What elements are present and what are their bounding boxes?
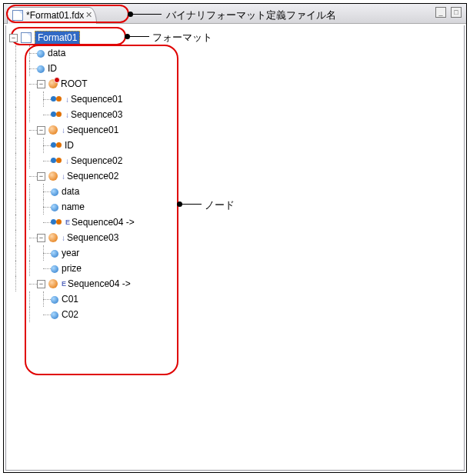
tree-node-format01[interactable]: − Format01 <box>9 30 461 45</box>
seqref-icon <box>51 218 62 227</box>
expand-toggle[interactable]: − <box>37 234 45 242</box>
down-arrow-icon: ↓ <box>65 157 69 165</box>
tree-node-seq01[interactable]: − ↓ Sequence01 <box>9 122 461 138</box>
tree-label: ROOT <box>61 78 88 89</box>
tree-label: C01 <box>62 294 78 305</box>
tree-node-seq01-seq02[interactable]: ↓ Sequence02 <box>9 153 461 168</box>
tree-label: year <box>62 248 79 258</box>
tree-node-seq02-seq04ref[interactable]: E Sequence04 -> <box>9 215 461 230</box>
attribute-icon <box>51 265 58 273</box>
expand-toggle[interactable]: − <box>37 280 45 288</box>
tree-label: prize <box>62 263 82 274</box>
attribute-icon <box>51 311 58 319</box>
seqref-icon <box>51 156 62 165</box>
tree-label: Sequence02 <box>67 171 118 181</box>
down-arrow-icon: ↓ <box>65 95 69 104</box>
e-badge-icon: E <box>62 280 66 288</box>
maximize-button[interactable]: □ <box>451 7 462 18</box>
tree-label: Sequence04 -> <box>72 217 135 228</box>
tree-node-seq04-c01[interactable]: C01 <box>9 291 461 307</box>
tree-label: name <box>62 201 85 212</box>
tree-node-root-seq01[interactable]: ↓ Sequence01 <box>9 92 461 107</box>
tree-label: data <box>48 48 65 58</box>
down-arrow-icon: ↓ <box>62 126 65 135</box>
tree-node-seq02[interactable]: − ↓ Sequence02 <box>9 168 461 184</box>
tree-node-root[interactable]: − ROOT <box>9 76 461 92</box>
seqref-icon <box>51 110 62 119</box>
down-arrow-icon: ↓ <box>62 234 65 242</box>
tree-panel: − Format01 data ID − ROOT <box>5 25 465 471</box>
tree-node-seq02-name[interactable]: name <box>9 199 461 215</box>
attribute-icon <box>37 50 45 58</box>
tree-label: Sequence03 <box>71 109 122 120</box>
e-badge-icon: E <box>65 218 70 226</box>
tree-label: data <box>62 186 79 197</box>
tree-label: Sequence02 <box>71 155 122 166</box>
tree-node-seq01-id[interactable]: ID <box>9 138 461 153</box>
tree-node-seq02-data[interactable]: data <box>9 184 461 199</box>
tree-label: Sequence01 <box>67 125 118 135</box>
tree-node-id[interactable]: ID <box>9 61 461 76</box>
attribute-icon <box>51 296 58 304</box>
attribute-icon <box>51 250 58 258</box>
window-buttons: _ □ <box>435 7 462 18</box>
attribute-icon <box>37 65 45 73</box>
tree-label: C02 <box>62 309 78 320</box>
attribute-icon <box>51 188 58 196</box>
sequence-icon <box>48 279 58 288</box>
tree-label: ID <box>48 63 57 74</box>
tree-node-seq04-c02[interactable]: C02 <box>9 307 461 322</box>
sequence-icon <box>48 171 58 181</box>
seqref-icon <box>51 141 62 150</box>
tab-bar: *Format01.fdx ✕ _ □ <box>4 4 466 24</box>
root-icon <box>48 79 58 88</box>
sequence-icon <box>48 125 58 135</box>
format-icon <box>21 32 32 43</box>
tree-label: Format01 <box>35 31 80 45</box>
minimize-button[interactable]: _ <box>435 7 446 18</box>
file-tab-title: *Format01.fdx <box>26 10 84 21</box>
tree-label: Sequence03 <box>67 232 118 243</box>
expand-toggle[interactable]: − <box>37 80 45 88</box>
close-tab-icon[interactable]: ✕ <box>84 10 93 19</box>
file-icon <box>12 10 23 21</box>
down-arrow-icon: ↓ <box>65 111 69 119</box>
attribute-icon <box>51 204 58 211</box>
tree-label: ID <box>65 140 74 151</box>
seqref-icon <box>51 95 62 104</box>
tree-node-seq04[interactable]: − E Sequence04 -> <box>9 276 461 291</box>
expand-toggle[interactable]: − <box>37 172 45 181</box>
tree[interactable]: − Format01 data ID − ROOT <box>6 25 464 327</box>
tree-node-seq03-prize[interactable]: prize <box>9 261 461 276</box>
tree-node-seq03-year[interactable]: year <box>9 245 461 261</box>
file-tab[interactable]: *Format01.fdx ✕ <box>7 7 97 24</box>
tree-label: Sequence04 -> <box>68 278 131 289</box>
down-arrow-icon: ↓ <box>62 172 65 181</box>
tree-label: Sequence01 <box>71 94 122 105</box>
tree-node-root-seq03[interactable]: ↓ Sequence03 <box>9 107 461 122</box>
sequence-icon <box>48 233 58 242</box>
editor-frame: *Format01.fdx ✕ _ □ − Format01 data <box>3 3 467 473</box>
expand-toggle[interactable]: − <box>37 126 45 135</box>
expand-toggle[interactable]: − <box>9 34 18 42</box>
tree-node-seq03[interactable]: − ↓ Sequence03 <box>9 230 461 245</box>
tree-node-data[interactable]: data <box>9 45 461 61</box>
